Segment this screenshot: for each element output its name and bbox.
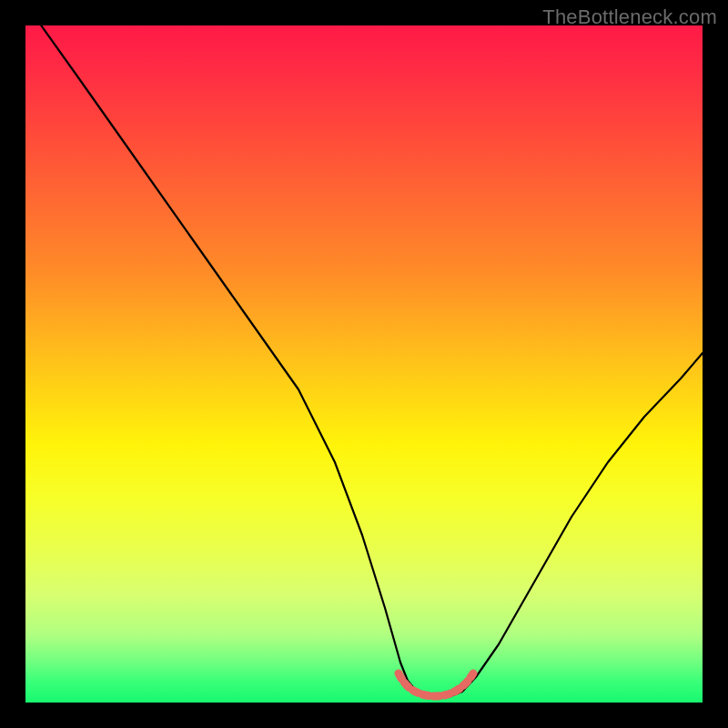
chart-frame: TheBottleneck.com — [0, 0, 728, 728]
watermark-text: TheBottleneck.com — [542, 5, 717, 29]
plot-area — [25, 25, 703, 703]
bottleneck-curve-path — [28, 25, 703, 697]
curve-svg — [25, 25, 703, 703]
